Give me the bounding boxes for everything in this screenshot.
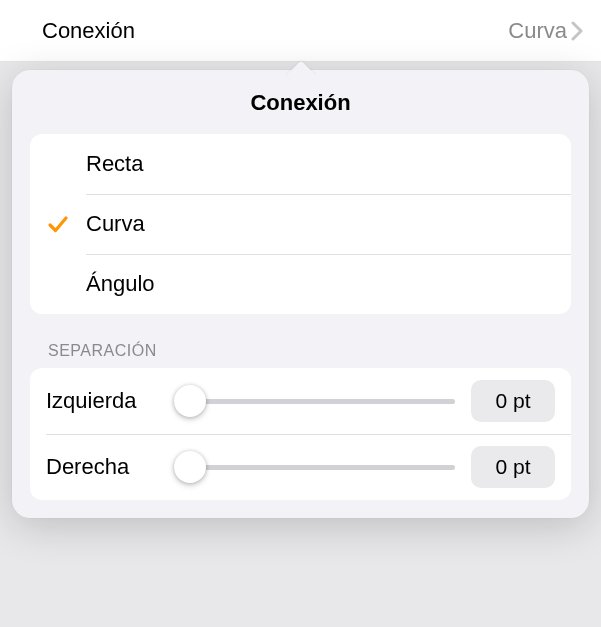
separation-section-header: Separación [12, 342, 589, 368]
option-label: Recta [86, 151, 143, 177]
value-text: 0 pt [495, 389, 530, 413]
slider-row-derecha: Derecha 0 pt [30, 434, 571, 500]
option-recta[interactable]: Recta [30, 134, 571, 194]
slider-label-left: Izquierda [46, 388, 158, 414]
connection-popover: Conexión Recta Curva Ángulo Separación I… [12, 70, 589, 518]
slider-label-right: Derecha [46, 454, 158, 480]
option-angulo[interactable]: Ángulo [30, 254, 571, 314]
chevron-right-icon [571, 21, 583, 41]
option-label: Ángulo [86, 271, 155, 297]
checkmark-icon [30, 213, 86, 235]
value-pill-derecha[interactable]: 0 pt [471, 446, 555, 488]
option-curva[interactable]: Curva [30, 194, 571, 254]
connection-setting-label: Conexión [42, 18, 135, 44]
connection-setting-value-wrap: Curva [508, 18, 583, 44]
slider-track [174, 399, 455, 404]
separation-slider-group: Izquierda 0 pt Derecha 0 pt [30, 368, 571, 500]
option-label: Curva [86, 211, 145, 237]
slider-izquierda[interactable] [174, 385, 455, 417]
value-text: 0 pt [495, 455, 530, 479]
connection-type-list: Recta Curva Ángulo [30, 134, 571, 314]
slider-thumb[interactable] [174, 451, 206, 483]
connection-setting-value: Curva [508, 18, 567, 44]
slider-derecha[interactable] [174, 451, 455, 483]
connection-setting-row[interactable]: Conexión Curva [0, 0, 601, 62]
slider-track [174, 465, 455, 470]
value-pill-izquierda[interactable]: 0 pt [471, 380, 555, 422]
popover-caret-icon [290, 60, 312, 71]
slider-thumb[interactable] [174, 385, 206, 417]
slider-row-izquierda: Izquierda 0 pt [30, 368, 571, 434]
